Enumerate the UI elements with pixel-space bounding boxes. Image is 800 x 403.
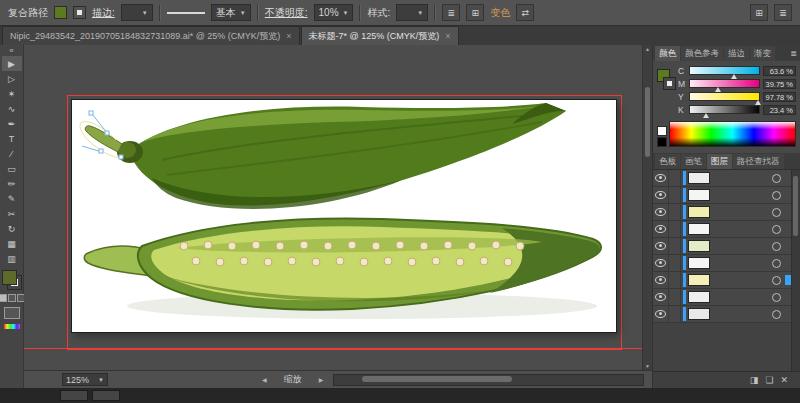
layer-row[interactable] [653,272,792,289]
document-tab[interactable]: Nipic_29483542_20190705184832731089.ai* … [2,26,300,45]
layer-thumbnail[interactable] [688,274,710,286]
close-icon[interactable]: × [445,31,450,41]
layer-row[interactable] [653,289,792,306]
zoom-level-dropdown[interactable]: 125% ▼ [62,373,108,386]
document-tab-active[interactable]: 未标题-7* @ 125% (CMYK/预览) × [301,26,459,45]
stroke-color-swatch[interactable] [73,6,86,19]
artboard[interactable] [72,100,616,332]
pen-tool[interactable]: ✒ [2,116,22,131]
cyan-slider[interactable] [689,66,760,75]
opacity-link[interactable]: 不透明度: [265,6,308,20]
rectangle-tool[interactable]: ▭ [2,161,22,176]
target-circle-icon[interactable] [772,242,781,251]
target-circle-icon[interactable] [772,293,781,302]
layer-row[interactable] [653,255,792,272]
layer-thumbnail[interactable] [688,206,710,218]
lock-toggle[interactable] [669,238,681,254]
visibility-eye-icon[interactable] [653,255,669,271]
tab-brushes[interactable]: 画笔 [681,154,706,169]
tab-stroke[interactable]: 描边 [724,46,749,61]
swap-icon[interactable]: ⇄ [516,4,534,21]
lock-toggle[interactable] [669,306,681,322]
opacity-dropdown[interactable]: 10%▼ [314,4,354,21]
screen-mode-icon[interactable] [4,307,20,319]
new-layer-icon[interactable]: ❏ [765,375,773,385]
rotate-tool[interactable]: ↻ [2,221,22,236]
taskbar-item[interactable] [92,390,120,401]
color-proxy[interactable] [657,65,675,117]
lock-toggle[interactable] [669,187,681,203]
mesh-tool[interactable]: ▦ [2,236,22,251]
lock-toggle[interactable] [669,221,681,237]
status-left-arrow-icon[interactable]: ◀ [262,376,267,383]
stroke-link[interactable]: 描边: [92,6,115,20]
lock-toggle[interactable] [669,272,681,288]
target-circle-icon[interactable] [772,310,781,319]
gradient-tool[interactable]: ▥ [2,251,22,266]
fill-color-swatch[interactable] [54,6,67,19]
layer-thumbnail[interactable] [688,308,710,320]
horizontal-scrollbar[interactable] [333,374,644,386]
tab-swatches[interactable]: 色板 [655,154,680,169]
black-slider[interactable] [689,105,760,114]
style-dropdown[interactable]: ▼ [396,4,428,21]
lock-toggle[interactable] [669,204,681,220]
yellow-slider[interactable] [689,92,760,101]
layer-thumbnail[interactable] [688,257,710,269]
lock-toggle[interactable] [669,255,681,271]
layer-thumbnail[interactable] [688,172,710,184]
target-circle-icon[interactable] [772,174,781,183]
target-circle-icon[interactable] [772,208,781,217]
visibility-eye-icon[interactable] [653,204,669,220]
panel-menu-icon[interactable]: ≣ [774,4,792,21]
yellow-value-field[interactable]: 97.78 % [763,92,796,102]
tab-color-guide[interactable]: 颜色参考 [681,46,723,61]
cyan-value-field[interactable]: 63.6 % [763,66,796,76]
white-swatch[interactable] [657,126,667,136]
close-icon[interactable]: × [286,31,291,41]
layer-row[interactable] [653,170,792,187]
align-icon[interactable]: ≣ [442,4,460,21]
draw-behind-icon[interactable] [8,294,16,302]
color-spectrum-bar[interactable] [669,121,796,147]
magenta-value-field[interactable]: 39.75 % [763,79,796,89]
fill-stroke-control[interactable] [2,270,22,290]
target-circle-icon[interactable] [772,276,781,285]
panel-menu-icon[interactable]: ≣ [790,46,797,61]
layers-scroll-thumb[interactable] [793,176,798,236]
tab-pathfinder[interactable]: 路径查找器 [733,154,784,169]
collapse-panel-icon[interactable]: « [9,46,13,56]
scissors-tool[interactable]: ✂ [2,206,22,221]
draw-normal-icon[interactable] [0,294,7,302]
lasso-tool[interactable]: ∿ [2,101,22,116]
layer-row[interactable] [653,238,792,255]
visibility-eye-icon[interactable] [653,306,669,322]
brush-definition-dropdown[interactable]: 基本▼ [211,4,251,21]
visibility-eye-icon[interactable] [653,289,669,305]
canvas-area[interactable]: ▲ ▼ [24,45,652,370]
target-circle-icon[interactable] [772,225,781,234]
layer-thumbnail[interactable] [688,189,710,201]
layer-row[interactable] [653,221,792,238]
stroke-weight-dropdown[interactable]: ▼ [121,4,153,21]
vertical-scroll-thumb[interactable] [645,87,650,157]
layer-row[interactable] [653,306,792,323]
lock-toggle[interactable] [669,170,681,186]
tab-layers[interactable]: 图层 [707,154,732,169]
visibility-eye-icon[interactable] [653,170,669,186]
visibility-eye-icon[interactable] [653,272,669,288]
layers-scrollbar[interactable] [791,170,800,371]
visibility-eye-icon[interactable] [653,187,669,203]
magic-wand-tool[interactable]: ✶ [2,86,22,101]
layer-thumbnail[interactable] [688,291,710,303]
paintbrush-tool[interactable]: ✏ [2,176,22,191]
fill-proxy[interactable] [2,270,17,285]
type-tool[interactable]: T [2,131,22,146]
workspace-icon[interactable]: ⊞ [750,4,768,21]
scroll-up-icon[interactable]: ▲ [645,45,650,53]
color-bar-icon[interactable] [4,324,20,329]
horizontal-scroll-thumb[interactable] [362,376,512,382]
magenta-slider[interactable] [689,79,760,88]
tab-color[interactable]: 颜色 [655,46,680,61]
target-circle-icon[interactable] [772,259,781,268]
